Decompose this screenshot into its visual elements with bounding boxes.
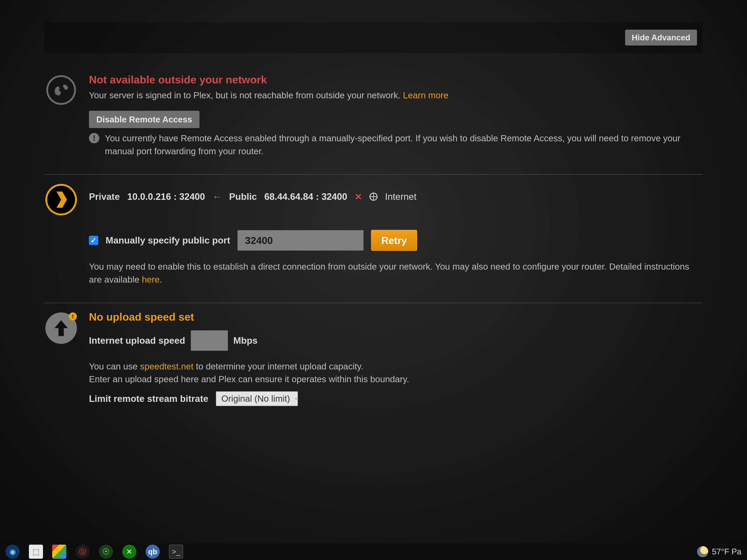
top-bar: Hide Advanced bbox=[45, 22, 702, 53]
arrow-left-icon: ← bbox=[212, 191, 222, 202]
x-mark-icon: ✕ bbox=[355, 191, 362, 202]
warning-badge-icon: ! bbox=[69, 313, 77, 321]
taskbar: ◉ ⬚ ⓞ ⦿ ✕ qb >_ 57°F Pa bbox=[0, 543, 747, 560]
manual-port-checkbox[interactable]: ✓ bbox=[89, 236, 98, 245]
weather-text[interactable]: 57°F Pa bbox=[712, 547, 742, 556]
upload-help1-suffix: to determine your internet upload capaci… bbox=[194, 362, 363, 371]
taskbar-utorrent-icon[interactable]: ⦿ bbox=[99, 544, 113, 559]
status-desc-text: Your server is signed in to Plex, but is… bbox=[89, 90, 403, 100]
port-helper-text: You may need to enable this to establish… bbox=[89, 260, 702, 286]
info-text: You currently have Remote Access enabled… bbox=[105, 132, 702, 158]
plex-icon bbox=[45, 184, 77, 215]
status-description: Your server is signed in to Plex, but is… bbox=[89, 89, 702, 102]
here-link[interactable]: here bbox=[142, 275, 160, 285]
taskbar-icon-2[interactable]: ⬚ bbox=[29, 544, 43, 559]
taskbar-icon-4[interactable]: ⓞ bbox=[76, 544, 90, 559]
public-label: Public bbox=[229, 191, 257, 202]
manual-port-row: ✓ Manually specify public port Retry bbox=[89, 230, 702, 251]
public-port-input[interactable] bbox=[237, 230, 363, 250]
upload-help1-prefix: You can use bbox=[89, 362, 140, 371]
upload-speed-section: ! No upload speed set Internet upload sp… bbox=[45, 303, 702, 423]
taskbar-terminal-icon[interactable]: >_ bbox=[169, 544, 183, 559]
weather-icon bbox=[697, 546, 708, 557]
upload-helper-2: Enter an upload speed here and Plex can … bbox=[89, 373, 702, 386]
connection-section: Private 10.0.0.216 : 32400 ← Public 68.4… bbox=[45, 175, 702, 303]
speedtest-link[interactable]: speedtest.net bbox=[140, 362, 194, 371]
hide-advanced-button[interactable]: Hide Advanced bbox=[625, 30, 697, 46]
port-helper-suffix: . bbox=[160, 275, 162, 285]
info-icon: ! bbox=[89, 133, 99, 143]
learn-more-link[interactable]: Learn more bbox=[403, 90, 448, 100]
internet-globe-icon bbox=[369, 193, 378, 201]
status-title: Not available outside your network bbox=[89, 73, 702, 86]
upload-title: No upload speed set bbox=[89, 311, 702, 323]
retry-button[interactable]: Retry bbox=[371, 230, 417, 251]
taskbar-chrome-icon[interactable] bbox=[52, 544, 66, 559]
port-helper-prefix: You may need to enable this to establish… bbox=[89, 262, 689, 285]
upload-speed-unit: Mbps bbox=[233, 335, 258, 346]
public-ip: 68.44.64.84 : 32400 bbox=[264, 191, 347, 202]
taskbar-qbittorrent-icon[interactable]: qb bbox=[146, 544, 160, 559]
bitrate-label: Limit remote stream bitrate bbox=[89, 393, 208, 404]
taskbar-icon-1[interactable]: ◉ bbox=[5, 544, 20, 559]
upload-speed-row: Internet upload speed Mbps bbox=[89, 330, 702, 351]
upload-speed-label: Internet upload speed bbox=[89, 335, 185, 346]
manual-port-label: Manually specify public port bbox=[106, 235, 230, 246]
internet-label: Internet bbox=[385, 191, 416, 202]
ip-status-line: Private 10.0.0.216 : 32400 ← Public 68.4… bbox=[89, 182, 702, 202]
globe-icon bbox=[46, 75, 76, 105]
private-label: Private bbox=[89, 191, 120, 202]
upload-helper-1: You can use speedtest.net to determine y… bbox=[89, 360, 702, 373]
taskbar-xbox-icon[interactable]: ✕ bbox=[122, 544, 136, 559]
remote-access-status-section: Not available outside your network Your … bbox=[45, 66, 702, 175]
disable-remote-access-button[interactable]: Disable Remote Access bbox=[89, 111, 200, 128]
private-ip: 10.0.0.216 : 32400 bbox=[127, 191, 205, 202]
upload-speed-input[interactable] bbox=[191, 330, 228, 351]
upload-icon: ! bbox=[45, 313, 77, 344]
taskbar-right: 57°F Pa bbox=[697, 546, 742, 557]
bitrate-row: Limit remote stream bitrate Original (No… bbox=[89, 391, 702, 406]
bitrate-select[interactable]: Original (No limit) bbox=[216, 391, 298, 406]
